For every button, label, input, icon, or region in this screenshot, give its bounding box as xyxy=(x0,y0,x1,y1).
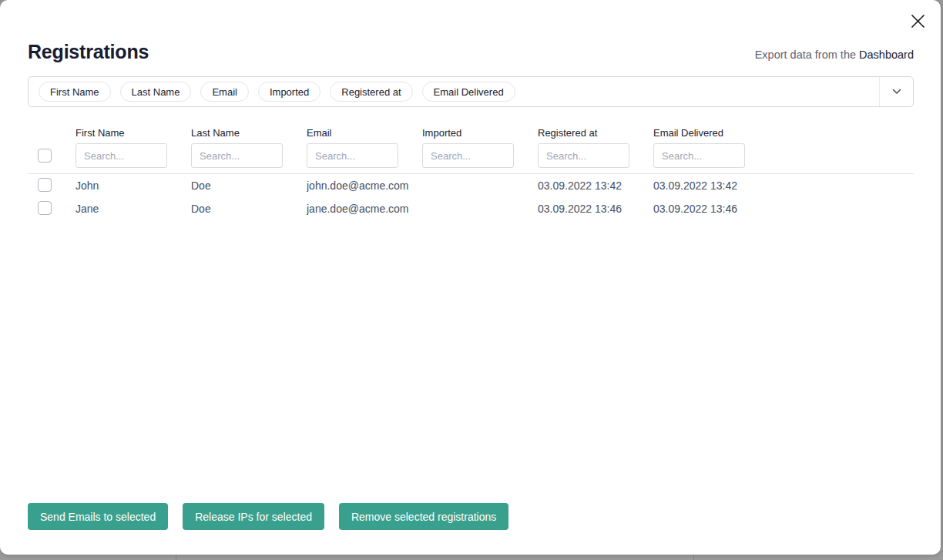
export-hint: Export data from the Dashboard xyxy=(755,49,914,63)
column-header-registered-at: Registered at xyxy=(538,128,653,139)
column-filter-bar: First Name Last Name Email Imported Regi… xyxy=(28,76,914,107)
filter-pill-first-name[interactable]: First Name xyxy=(39,82,111,102)
table-row: John Doe john.doe@acme.com 03.09.2022 13… xyxy=(28,174,914,197)
export-hint-text: Export data from the xyxy=(755,49,859,61)
table-header-row: First Name Last Name Email Imported Regi… xyxy=(28,128,914,168)
select-all-checkbox[interactable] xyxy=(38,149,52,163)
modal-header: Registrations Export data from the Dashb… xyxy=(28,42,914,63)
registrations-table: First Name Last Name Email Imported Regi… xyxy=(28,128,914,220)
close-button[interactable] xyxy=(907,10,928,32)
chevron-down-icon xyxy=(892,89,901,95)
cell-email-delivered: 03.09.2022 13:46 xyxy=(653,203,769,215)
column-header-last-name: Last Name xyxy=(191,128,307,139)
release-ips-button[interactable]: Release IPs for selected xyxy=(183,503,324,530)
column-header-imported: Imported xyxy=(422,128,538,139)
background-table-line xyxy=(176,554,176,560)
search-input-registered-at[interactable] xyxy=(538,143,629,168)
search-input-imported[interactable] xyxy=(422,143,514,168)
send-emails-button[interactable]: Send Emails to selected xyxy=(28,503,168,530)
background-table-line xyxy=(693,554,694,560)
filter-pills: First Name Last Name Email Imported Regi… xyxy=(39,82,879,102)
search-input-last-name[interactable] xyxy=(191,143,283,168)
remove-registrations-button[interactable]: Remove selected registrations xyxy=(339,503,508,530)
filter-pill-imported[interactable]: Imported xyxy=(258,82,320,102)
column-header-first-name: First Name xyxy=(76,128,191,139)
cell-email-delivered: 03.09.2022 13:42 xyxy=(653,179,769,192)
cell-last-name: Doe xyxy=(191,203,307,215)
column-header-email-delivered: Email Delivered xyxy=(653,128,769,139)
table-row: Jane Doe jane.doe@acme.com 03.09.2022 13… xyxy=(28,197,914,220)
search-input-email[interactable] xyxy=(307,143,398,168)
row-checkbox[interactable] xyxy=(38,201,52,215)
dashboard-link[interactable]: Dashboard xyxy=(859,49,914,61)
cell-registered-at: 03.09.2022 13:46 xyxy=(538,203,653,215)
bulk-actions: Send Emails to selected Release IPs for … xyxy=(28,503,508,530)
search-input-first-name[interactable] xyxy=(76,143,167,168)
filter-pill-registered-at[interactable]: Registered at xyxy=(330,82,412,102)
cell-email: jane.doe@acme.com xyxy=(307,203,422,215)
filter-pill-last-name[interactable]: Last Name xyxy=(120,82,192,102)
page-title: Registrations xyxy=(28,42,149,63)
filter-pill-email[interactable]: Email xyxy=(200,82,249,102)
filter-dropdown-toggle[interactable] xyxy=(879,77,913,106)
close-icon xyxy=(911,14,925,29)
cell-last-name: Doe xyxy=(191,179,307,192)
cell-email: john.doe@acme.com xyxy=(307,179,422,192)
search-input-email-delivered[interactable] xyxy=(653,143,745,168)
row-checkbox[interactable] xyxy=(38,178,52,192)
registrations-modal: Registrations Export data from the Dashb… xyxy=(0,0,941,555)
cell-first-name: Jane xyxy=(76,203,191,215)
filter-pill-email-delivered[interactable]: Email Delivered xyxy=(422,82,515,102)
column-header-email: Email xyxy=(307,128,422,139)
cell-registered-at: 03.09.2022 13:42 xyxy=(538,179,653,192)
cell-first-name: John xyxy=(76,179,191,192)
